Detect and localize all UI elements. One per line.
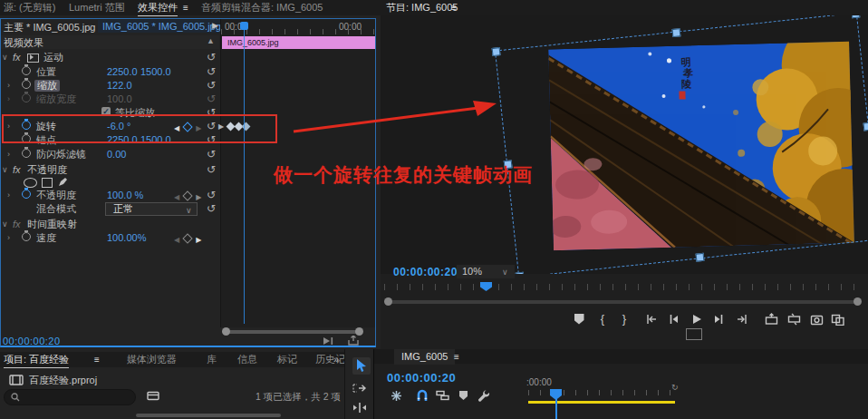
add-marker-icon[interactable] bbox=[459, 391, 468, 400]
stopwatch-icon-active[interactable] bbox=[22, 190, 31, 199]
selection-tool[interactable] bbox=[352, 357, 371, 375]
keyframe-navigator[interactable]: ◀ ▶ bbox=[174, 233, 201, 246]
snap-icon[interactable] bbox=[416, 389, 429, 402]
next-keyframe-icon[interactable]: ▶ bbox=[196, 236, 201, 244]
bbox-handle-bottom-mid[interactable] bbox=[696, 253, 705, 262]
tab-lumetri-scopes[interactable]: Lumetri 范围 bbox=[69, 0, 125, 15]
ripple-edit-tool[interactable] bbox=[352, 402, 368, 414]
play-button[interactable] bbox=[687, 312, 707, 326]
tab-overflow-icon[interactable]: » bbox=[333, 352, 339, 367]
reset-icon[interactable]: ↺ bbox=[207, 149, 216, 161]
program-scrollbar-handle-left[interactable] bbox=[384, 297, 392, 306]
panel-menu-icon[interactable]: ≡ bbox=[94, 352, 100, 367]
program-mini-ruler[interactable] bbox=[384, 284, 863, 290]
blend-mode-row[interactable]: 混合模式 正常 ∨ ↺ bbox=[0, 202, 219, 216]
tab-history[interactable]: 历史记 bbox=[315, 352, 344, 367]
add-keyframe-icon[interactable] bbox=[183, 233, 193, 243]
add-marker-button[interactable] bbox=[569, 312, 589, 326]
timeline-timecode[interactable]: 00:00:00:20 bbox=[387, 371, 456, 385]
stopwatch-icon[interactable] bbox=[22, 232, 31, 241]
stopwatch-icon[interactable] bbox=[22, 149, 31, 158]
track-select-tool[interactable] bbox=[352, 383, 367, 394]
pen-mask-icon[interactable] bbox=[58, 177, 68, 187]
tab-sequence[interactable]: IMG_6005 bbox=[394, 349, 455, 365]
mark-in-button[interactable]: { bbox=[593, 312, 612, 326]
keyframe-navigator[interactable]: ◀ ▶ bbox=[174, 190, 201, 203]
prev-keyframe-icon[interactable]: ◀ bbox=[174, 236, 179, 244]
expander-icon[interactable]: ∨ bbox=[2, 52, 8, 63]
add-keyframe-icon[interactable] bbox=[183, 190, 193, 200]
nest-sequence-icon[interactable] bbox=[391, 390, 402, 402]
timeline-playhead-head[interactable] bbox=[550, 389, 562, 400]
time-remap-group-row[interactable]: ∨ fx 时间重映射 bbox=[0, 218, 219, 231]
speed-value[interactable]: 100.00% bbox=[107, 232, 146, 244]
prev-keyframe-icon[interactable]: ◀ bbox=[174, 193, 179, 201]
go-to-in-button[interactable] bbox=[641, 312, 661, 326]
reset-icon[interactable]: ↺ bbox=[207, 52, 216, 63]
timeline-settings-wrench-icon[interactable] bbox=[477, 389, 490, 402]
work-area-bar[interactable] bbox=[528, 401, 675, 404]
tab-effect-controls[interactable]: 效果控件 bbox=[138, 0, 178, 16]
blend-mode-select[interactable]: 正常 ∨ bbox=[105, 202, 198, 216]
search-input[interactable] bbox=[4, 389, 136, 405]
project-file-name[interactable]: 百度经验.prproj bbox=[29, 374, 97, 387]
scale-value[interactable]: 122.0 bbox=[107, 80, 132, 92]
expander-icon[interactable]: › bbox=[7, 232, 10, 244]
program-timecode[interactable]: 00:00:00:20 bbox=[393, 266, 458, 278]
antiflicker-value[interactable]: 0.00 bbox=[107, 149, 126, 161]
reset-icon[interactable]: ↺ bbox=[207, 164, 216, 176]
ec-zoom-scrollbar[interactable] bbox=[227, 330, 359, 334]
opacity-row[interactable]: › 不透明度 100.0 % ◀ ▶ ↺ bbox=[0, 189, 219, 202]
ec-clip-bar[interactable]: IMG_6005.jpg bbox=[222, 36, 376, 49]
lift-button[interactable] bbox=[761, 312, 781, 326]
motion-group-row[interactable]: ∨ fx 运动 ↺ bbox=[0, 51, 219, 64]
chevron-down-icon[interactable]: ∨ bbox=[87, 23, 93, 32]
comparison-view-button[interactable] bbox=[827, 312, 847, 326]
stopwatch-icon[interactable] bbox=[22, 66, 31, 75]
rect-mask-icon[interactable] bbox=[42, 178, 53, 188]
mark-out-button[interactable]: } bbox=[614, 312, 634, 326]
expander-icon[interactable]: ∨ bbox=[2, 164, 8, 176]
antiflicker-row[interactable]: › 防闪烁滤镜 0.00 ↺ bbox=[0, 148, 219, 161]
speed-row[interactable]: › 速度 100.00% ◀ ▶ bbox=[0, 231, 219, 245]
panel-menu-icon[interactable]: ≡ bbox=[451, 0, 457, 15]
bbox-handle-top-mid[interactable] bbox=[672, 28, 681, 37]
tab-project[interactable]: 项目: 百度经验 bbox=[4, 352, 69, 368]
panel-menu-icon[interactable]: ≡ bbox=[454, 349, 459, 365]
reset-icon[interactable]: ↺ bbox=[207, 80, 216, 92]
opacity-value[interactable]: 100.0 % bbox=[107, 190, 143, 201]
expander-icon[interactable]: › bbox=[7, 80, 10, 92]
opacity-group-row[interactable]: ∨ fx 不透明度 ↺ bbox=[0, 163, 219, 177]
reset-icon[interactable]: ↺ bbox=[207, 66, 216, 78]
header-play-icon[interactable]: ▶ bbox=[212, 21, 218, 30]
position-x-value[interactable]: 2250.0 bbox=[107, 66, 138, 78]
bbox-handle-mid-right[interactable] bbox=[863, 122, 868, 132]
stopwatch-icon[interactable] bbox=[22, 80, 31, 89]
ec-playhead-line[interactable] bbox=[244, 24, 245, 324]
program-zoom-select[interactable]: 10% ∨ bbox=[457, 265, 515, 278]
linked-selection-icon[interactable] bbox=[436, 390, 449, 401]
tab-media-browser[interactable]: 媒体浏览器 bbox=[127, 352, 177, 367]
clip-bounding-box[interactable] bbox=[495, 15, 868, 274]
bbox-handle-top-left[interactable] bbox=[492, 47, 501, 56]
expander-icon[interactable]: ∨ bbox=[2, 219, 8, 230]
reset-icon[interactable]: ↺ bbox=[207, 190, 216, 201]
go-to-out-button[interactable] bbox=[732, 312, 752, 326]
sequence-clip-label[interactable]: IMG_6005 * IMG_6005.jpg bbox=[98, 20, 226, 33]
panel-menu-icon[interactable]: ≡ bbox=[183, 0, 188, 15]
ec-zoom-handle-left[interactable] bbox=[222, 327, 230, 336]
play-only-icon[interactable] bbox=[323, 336, 333, 346]
scale-row[interactable]: › 缩放 122.0 ↺ bbox=[0, 79, 219, 93]
expander-icon[interactable]: › bbox=[7, 190, 10, 201]
step-forward-button[interactable] bbox=[709, 312, 728, 326]
list-view-icon[interactable] bbox=[147, 391, 159, 401]
project-hscrollbar[interactable] bbox=[136, 414, 281, 417]
program-scrollbar-track[interactable] bbox=[386, 300, 861, 304]
ec-playhead-head[interactable] bbox=[240, 22, 248, 30]
reset-icon[interactable]: ↺ bbox=[207, 203, 216, 215]
safe-margins-button[interactable] bbox=[686, 328, 702, 340]
export-frame-button[interactable] bbox=[806, 312, 826, 326]
collapse-section-icon[interactable]: ▲ bbox=[207, 36, 215, 45]
export-icon[interactable] bbox=[348, 336, 359, 346]
tab-audio-clip-mixer[interactable]: 音频剪辑混合器: IMG_6005 bbox=[201, 0, 323, 15]
